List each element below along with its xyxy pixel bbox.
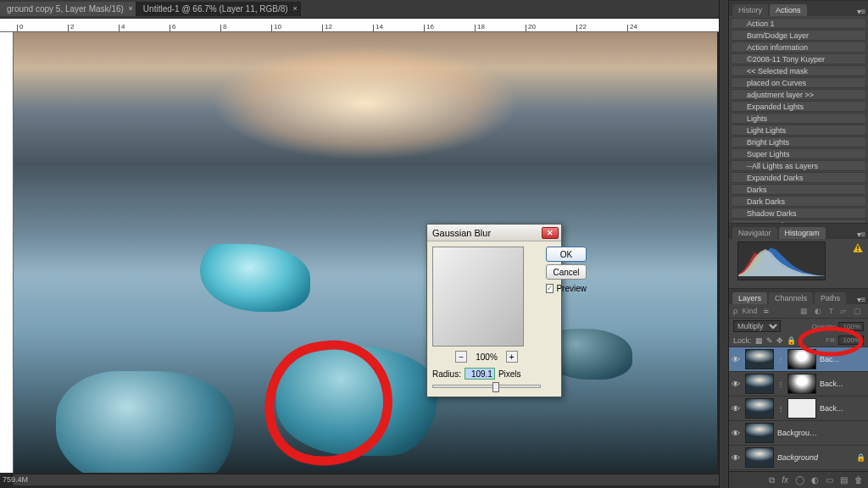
visibility-icon[interactable]: 👁 xyxy=(730,355,742,364)
action-row[interactable]: Burn/Dodge Layer xyxy=(731,30,866,41)
preview-label: Preview xyxy=(556,284,587,293)
document-viewport[interactable] xyxy=(14,32,719,473)
histogram-panel: Navigator Histogram ▾≡ xyxy=(729,223,868,288)
layers-panel: Layers Channels Paths ▾≡ ρ Kind ≑ ▦ ◐ T … xyxy=(729,288,868,488)
link-icon[interactable]: ⋮ xyxy=(777,380,784,388)
visibility-icon[interactable]: 👁 xyxy=(730,380,742,389)
close-icon[interactable]: × xyxy=(292,4,297,13)
layer-name[interactable]: Background copy xyxy=(777,429,820,437)
action-row[interactable]: --All Lights as Layers xyxy=(731,160,866,171)
layer-mask-thumb[interactable] xyxy=(787,349,816,369)
doc-tab-2-label: Untitled-1 @ 66.7% (Layer 11, RGB/8) xyxy=(143,4,288,14)
layer-row[interactable]: 👁⋮Back... xyxy=(729,396,868,421)
layer-row[interactable]: 👁Background copy xyxy=(729,421,868,446)
panel-menu-icon[interactable]: ▾≡ xyxy=(854,230,868,239)
tab-layers[interactable]: Layers xyxy=(732,292,767,304)
tab-actions[interactable]: Actions xyxy=(770,4,807,16)
radius-slider[interactable] xyxy=(432,385,541,388)
zoom-out-button[interactable]: − xyxy=(455,351,467,363)
dialog-close-button[interactable]: ✕ xyxy=(542,227,559,239)
blur-preview[interactable] xyxy=(432,247,524,347)
kind-label: Kind xyxy=(742,307,757,315)
visibility-icon[interactable]: 👁 xyxy=(730,453,742,463)
action-row[interactable]: Lights xyxy=(731,113,866,124)
layers-footer: ⧉ fx ◯ ◐ ▭ ▤ 🗑 xyxy=(729,471,868,488)
layer-name[interactable]: Back... xyxy=(820,380,843,388)
action-row[interactable]: Action 1 xyxy=(731,18,866,29)
right-panels: History Actions ▾≡ Action 1Burn/Dodge La… xyxy=(729,0,868,488)
link-icon[interactable]: ⋮ xyxy=(777,405,784,413)
group-icon[interactable]: ▭ xyxy=(826,475,833,485)
checkbox-icon: ✓ xyxy=(546,284,554,293)
mask-icon[interactable]: ◯ xyxy=(795,475,804,485)
action-row[interactable]: Shadow Darks xyxy=(731,208,866,219)
zoom-in-button[interactable]: + xyxy=(506,351,518,363)
lock-transparent-icon[interactable]: ▦ xyxy=(755,336,763,345)
visibility-icon[interactable]: 👁 xyxy=(730,404,742,413)
svg-rect-0 xyxy=(857,246,858,249)
layer-row[interactable]: 👁Background🔒 xyxy=(729,446,868,470)
action-row[interactable]: Darks xyxy=(731,184,866,195)
lock-brush-icon[interactable]: ✎ xyxy=(766,336,773,345)
histogram-chart[interactable] xyxy=(737,241,826,280)
link-icon[interactable]: ⋮ xyxy=(777,356,784,363)
action-row[interactable]: Dark Darks xyxy=(731,196,866,207)
layer-mask-thumb[interactable] xyxy=(787,374,816,394)
action-row[interactable]: Super Lights xyxy=(731,148,866,159)
adjustment-icon[interactable]: ◐ xyxy=(811,475,819,485)
trash-icon[interactable]: 🗑 xyxy=(854,475,863,485)
layer-thumb[interactable] xyxy=(745,374,774,394)
dialog-titlebar[interactable]: Gaussian Blur ✕ xyxy=(427,225,561,241)
blend-mode-select[interactable]: Multiply xyxy=(733,320,781,332)
layer-thumb[interactable] xyxy=(745,398,774,419)
visibility-icon[interactable]: 👁 xyxy=(730,429,742,438)
action-row[interactable]: Bright Lights xyxy=(731,136,866,147)
cancel-button[interactable]: Cancel xyxy=(546,264,587,280)
lock-all-icon[interactable]: 🔒 xyxy=(787,336,796,345)
action-row[interactable]: Expanded Darks xyxy=(731,172,866,183)
layer-thumb[interactable] xyxy=(745,447,774,468)
doc-tab-2[interactable]: Untitled-1 @ 66.7% (Layer 11, RGB/8) × xyxy=(136,2,301,16)
tab-histogram[interactable]: Histogram xyxy=(779,227,826,239)
tab-channels[interactable]: Channels xyxy=(769,292,813,304)
canvas-area: ground copy 5, Layer Mask/16) × Untitled… xyxy=(0,0,719,488)
action-row[interactable]: placed on Curves xyxy=(731,77,866,88)
lock-icon: 🔒 xyxy=(856,453,865,462)
preview-checkbox[interactable]: ✓ Preview xyxy=(546,284,587,293)
panel-menu-icon[interactable]: ▾≡ xyxy=(854,7,868,16)
layer-thumb[interactable] xyxy=(745,423,774,443)
tab-paths[interactable]: Paths xyxy=(815,292,846,304)
document-tabs: ground copy 5, Layer Mask/16) × Untitled… xyxy=(0,0,719,19)
action-row[interactable]: ©2008-11 Tony Kuyper xyxy=(731,53,866,64)
panel-menu-icon[interactable]: ▾≡ xyxy=(854,295,868,304)
layer-row[interactable]: 👁⋮Bac... xyxy=(729,347,868,372)
gaussian-blur-dialog: Gaussian Blur ✕ − 100% + Radius: Pixels xyxy=(426,224,562,397)
layer-mask-thumb[interactable] xyxy=(787,398,816,419)
lock-move-icon[interactable]: ✥ xyxy=(776,336,783,345)
layer-row[interactable]: 👁⋮Back... xyxy=(729,372,868,396)
slider-thumb[interactable] xyxy=(492,382,499,392)
zoom-level: 100% xyxy=(476,352,498,362)
tab-history[interactable]: History xyxy=(732,4,768,16)
layer-thumb[interactable] xyxy=(745,349,774,369)
radius-input[interactable] xyxy=(465,368,495,380)
layer-name[interactable]: Back... xyxy=(820,404,843,413)
fx-icon[interactable]: fx xyxy=(782,475,788,485)
new-layer-icon[interactable]: ▤ xyxy=(840,475,848,485)
action-row[interactable]: Expanded Lights xyxy=(731,101,866,112)
layer-name[interactable]: Bac... xyxy=(820,355,839,363)
document-image xyxy=(14,32,717,473)
action-row[interactable]: Action information xyxy=(731,42,866,53)
layer-name[interactable]: Background xyxy=(777,453,818,462)
action-row[interactable]: adjustment layer >> xyxy=(731,89,866,100)
link-layers-icon[interactable]: ⧉ xyxy=(769,475,775,485)
action-row[interactable]: Light Lights xyxy=(731,125,866,136)
action-row[interactable]: << Selected mask xyxy=(731,65,866,76)
panel-dock-strip[interactable] xyxy=(719,0,729,488)
tab-navigator[interactable]: Navigator xyxy=(732,227,777,239)
ok-button[interactable]: OK xyxy=(546,247,587,262)
doc-tab-1[interactable]: ground copy 5, Layer Mask/16) × xyxy=(0,2,136,16)
scrollbar-horizontal[interactable] xyxy=(14,474,719,485)
close-icon[interactable]: × xyxy=(129,4,133,13)
cache-warning-icon[interactable] xyxy=(853,243,863,252)
